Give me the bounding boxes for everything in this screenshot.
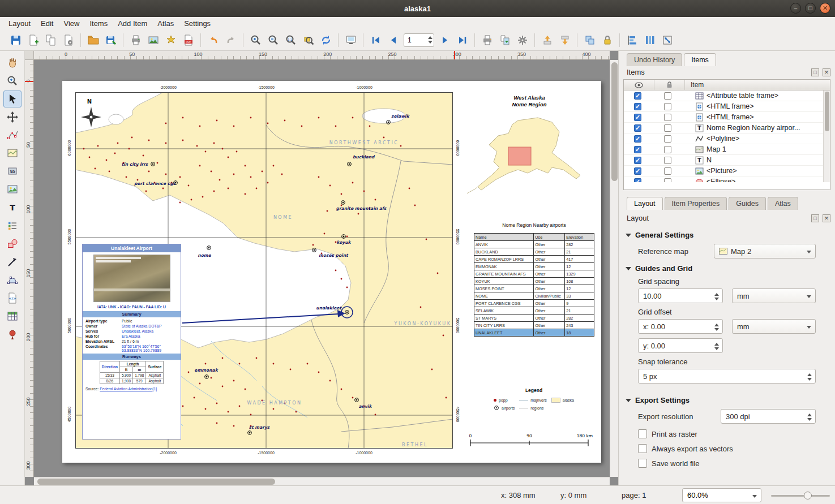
duplicate-layout-button[interactable] [42,32,59,49]
previous-feature-button[interactable] [384,32,402,49]
align-items-button[interactable] [623,32,641,49]
add-attribute-table-button[interactable] [3,308,22,325]
select-move-item-button[interactable] [3,91,22,107]
distribute-items-button[interactable] [641,32,658,49]
next-feature-button[interactable] [436,32,453,49]
last-feature-button[interactable] [453,32,471,49]
lock-checkbox[interactable] [664,124,671,132]
menu-item[interactable]: Layout [3,18,36,29]
items-list-scrollbar[interactable] [823,91,830,182]
layout-manager-button[interactable] [59,32,77,49]
item-row[interactable]: ✓TN [624,155,830,166]
visibility-checkbox[interactable]: ✓ [634,124,641,132]
zoom-tool-button[interactable] [3,72,22,89]
item-row[interactable]: ✓<Polyline> [624,133,830,144]
edit-nodes-button[interactable] [3,127,22,144]
visibility-checkbox[interactable]: ✓ [634,92,641,100]
zoom-slider-thumb[interactable] [804,492,812,499]
visibility-checkbox[interactable]: ✓ [634,157,641,164]
add-label-button[interactable]: T [3,199,22,216]
item-row[interactable]: ✓<Attribute table frame> [624,91,830,101]
zoom-level-input[interactable] [683,489,761,502]
grid-offset-x-spinbox[interactable]: x: 0.00 [638,319,723,334]
save-world-file-checkbox[interactable] [638,459,647,468]
menu-item[interactable]: Edit [36,18,58,29]
raise-items-button[interactable] [538,32,556,49]
add-node-item-button[interactable] [3,272,22,288]
canvas-vertical-scrollbar[interactable] [610,60,618,477]
visibility-checkbox[interactable]: ✓ [634,146,641,153]
guides-grid-header[interactable]: Guides and Grid [626,264,828,273]
zoom-slider[interactable] [771,495,830,497]
add-picture-button[interactable] [3,181,22,198]
lock-checkbox[interactable] [664,135,671,143]
zoom-out-button[interactable] [264,32,282,49]
tab-layout[interactable]: Layout [627,197,663,210]
grid-offset-unit-combo[interactable]: mm [732,319,816,334]
lower-items-button[interactable] [556,32,573,49]
tab-items[interactable]: Items [684,53,716,66]
visibility-checkbox[interactable]: ✓ [634,103,641,110]
preview-atlas-button[interactable] [342,32,359,49]
float-panel-button[interactable]: □ [811,214,819,222]
add-legend-button[interactable] [3,217,22,234]
lock-checkbox[interactable] [664,157,671,164]
menu-item[interactable]: Add Item [113,18,152,29]
zoom-in-button[interactable] [247,32,264,49]
visibility-checkbox[interactable]: ✓ [634,135,641,143]
overview-map-item[interactable] [465,113,593,196]
layout-canvas[interactable]: -2000000 -1500000 -1000000 -2000000 -150… [34,60,610,477]
lock-checkbox[interactable] [664,103,671,110]
tab-atlas[interactable]: Atlas [768,197,798,210]
minimize-button[interactable]: − [790,3,801,14]
lock-checkbox[interactable] [664,146,671,153]
load-template-button[interactable] [84,32,102,49]
lock-items-button[interactable] [598,32,616,49]
lock-checkbox[interactable] [664,92,671,100]
tab-item-properties[interactable]: Item Properties [665,197,727,210]
scalebar-item[interactable]: 0 90 180 km [466,432,593,449]
item-row[interactable]: ✓<HTML frame> [624,112,830,123]
resize-items-button[interactable] [658,32,676,49]
close-panel-button[interactable]: ✕ [823,68,830,76]
zoom-level-combo[interactable] [682,488,761,502]
print-button[interactable] [127,32,144,49]
menu-item[interactable]: Atlas [152,18,179,29]
group-items-button[interactable] [581,32,598,49]
reference-map-combo[interactable]: Map 2 [714,244,816,259]
first-feature-button[interactable] [367,32,384,49]
add-3d-map-button[interactable]: 3D [3,163,22,180]
attribute-table-frame[interactable]: Nome Region Nearby airports Name Use Ele… [474,222,594,337]
add-map-button[interactable] [3,145,22,162]
item-row[interactable]: ✓<Picture> [624,166,830,176]
menu-item[interactable]: Settings [179,18,216,29]
layout-page[interactable]: -2000000 -1500000 -1000000 -2000000 -150… [62,81,601,463]
export-atlas-button[interactable] [496,32,513,49]
lock-checkbox[interactable] [664,167,671,175]
snap-tolerance-spinbox[interactable]: 5 px [638,369,816,384]
grid-spacing-unit-combo[interactable]: mm [732,288,816,303]
item-row[interactable]: ✓Map 1 [624,144,830,155]
maximize-button[interactable]: □ [805,3,816,14]
tab-guides[interactable]: Guides [729,197,766,210]
grid-spacing-spinbox[interactable]: 10.00 [638,288,723,303]
redo-button[interactable] [222,32,239,49]
move-item-content-button[interactable] [3,109,22,126]
close-button[interactable]: ✕ [820,3,830,14]
add-marker-button[interactable] [3,326,22,343]
refresh-view-button[interactable] [317,32,335,49]
new-layout-button[interactable] [24,32,42,49]
item-row[interactable]: ✓<HTML frame> [624,101,830,112]
atlas-settings-button[interactable] [513,32,531,49]
menu-item[interactable]: Items [84,18,113,29]
menu-item[interactable]: View [58,18,84,29]
grid-offset-y-spinbox[interactable]: y: 0.00 [638,338,723,353]
print-atlas-button[interactable] [478,32,496,49]
visibility-checkbox[interactable]: ✓ [634,167,641,175]
save-as-template-button[interactable] [102,32,119,49]
lock-checkbox[interactable] [664,178,671,183]
add-html-button[interactable]: </> [3,290,22,307]
zoom-actual-button[interactable]: 1:1 [282,32,299,49]
legend-item[interactable]: Legend popp airports majrivers regions [477,387,590,412]
print-as-raster-checkbox[interactable] [638,429,647,438]
